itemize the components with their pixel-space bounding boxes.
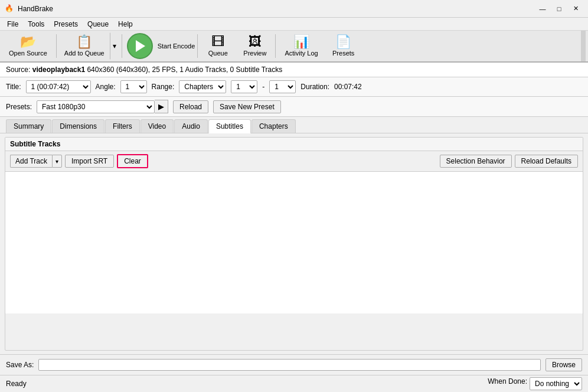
source-info-text: 640x360 (640x360), 25 FPS, 1 Audio Track…: [87, 66, 282, 74]
open-source-label: Open Source: [9, 50, 47, 57]
open-source-icon: 📂: [20, 35, 36, 48]
preview-icon: 🖼: [249, 35, 262, 48]
toolbar-divider-1: [56, 34, 57, 58]
open-source-button[interactable]: 📂 Open Source: [2, 32, 54, 60]
queue-button[interactable]: 🎞 Queue: [200, 32, 236, 60]
activity-log-button[interactable]: 📊 Activity Log: [278, 32, 324, 60]
status-right: When Done: Do nothing: [488, 377, 582, 390]
selection-behavior-button[interactable]: Selection Behavior: [440, 155, 512, 168]
toolbar: 📂 Open Source 📋 Add to Queue ▾ Start Enc…: [0, 31, 588, 63]
preset-select[interactable]: Fast 1080p30: [37, 100, 155, 113]
save-as-bar: Save As: Browse: [0, 354, 588, 375]
start-encode-icon: [136, 40, 145, 52]
status-bar: Ready When Done: Do nothing: [0, 375, 588, 392]
source-filename: videoplayback1: [32, 66, 85, 74]
app-title: HandBrake: [18, 5, 53, 13]
activity-log-label: Activity Log: [285, 50, 318, 57]
import-srt-button[interactable]: Import SRT: [65, 155, 114, 168]
range-to-label: -: [262, 83, 264, 91]
menu-bar: File Tools Presets Queue Help: [0, 18, 588, 31]
tab-content-subtitles: Subtitle Tracks Add Track ▾ Import SRT C…: [0, 133, 588, 354]
title-select[interactable]: 1 (00:07:42): [26, 80, 91, 93]
range-label: Range:: [152, 83, 175, 91]
reload-defaults-button[interactable]: Reload Defaults: [515, 155, 578, 168]
start-encode-label: Start Encode: [158, 43, 195, 50]
range-type-select[interactable]: Chapters: [179, 80, 226, 93]
title-controls-row: Title: 1 (00:07:42) Angle: 1 Range: Chap…: [0, 77, 588, 97]
menu-queue[interactable]: Queue: [83, 19, 113, 30]
duration-value: 00:07:42: [334, 83, 362, 91]
duration-label: Duration:: [300, 83, 329, 91]
add-track-button[interactable]: Add Track: [10, 155, 52, 168]
menu-presets[interactable]: Presets: [49, 19, 83, 30]
tab-chapters[interactable]: Chapters: [251, 119, 296, 133]
tab-subtitles[interactable]: Subtitles: [208, 119, 251, 133]
browse-button[interactable]: Browse: [545, 358, 582, 371]
toolbar-divider-4: [275, 34, 276, 58]
tab-summary[interactable]: Summary: [6, 119, 51, 133]
minimize-button[interactable]: —: [535, 3, 550, 15]
status-text: Ready: [6, 380, 27, 388]
angle-select[interactable]: 1: [120, 80, 147, 93]
clear-button[interactable]: Clear: [117, 154, 148, 168]
add-track-button-group: Add Track ▾: [10, 155, 62, 168]
start-encode-button[interactable]: [127, 33, 153, 59]
save-new-preset-button[interactable]: Save New Preset: [213, 100, 281, 113]
activity-log-icon: 📊: [293, 35, 309, 48]
maximize-button[interactable]: □: [551, 3, 567, 15]
add-to-queue-label: Add to Queue: [64, 50, 104, 57]
toolbar-divider-2: [122, 34, 122, 58]
tabs-bar: Summary Dimensions Filters Video Audio S…: [0, 117, 588, 133]
add-to-queue-dropdown-arrow[interactable]: ▾: [110, 32, 119, 60]
queue-icon: 🎞: [211, 35, 224, 48]
add-track-dropdown-arrow[interactable]: ▾: [52, 155, 62, 168]
menu-tools[interactable]: Tools: [23, 19, 49, 30]
presets-icon: 📄: [335, 35, 351, 48]
source-label: Source:: [6, 66, 30, 74]
add-to-queue-button-group: 📋 Add to Queue ▾: [59, 32, 119, 60]
tab-filters[interactable]: Filters: [105, 119, 140, 133]
add-to-queue-button[interactable]: 📋 Add to Queue: [59, 32, 110, 60]
save-as-input[interactable]: [38, 359, 541, 371]
preview-button[interactable]: 🖼 Preview: [237, 32, 273, 60]
tab-dimensions[interactable]: Dimensions: [52, 119, 104, 133]
preset-select-wrap: Fast 1080p30 ▶: [37, 100, 168, 113]
subtitle-controls: Add Track ▾ Import SRT Clear Selection B…: [5, 151, 583, 172]
title-label: Title:: [6, 83, 21, 91]
presets-button[interactable]: 📄 Presets: [326, 32, 361, 60]
title-bar: 🔥 HandBrake — □ ✕: [0, 0, 588, 18]
queue-label: Queue: [208, 50, 228, 57]
reload-button[interactable]: Reload: [173, 100, 208, 113]
range-from-select[interactable]: 1: [231, 80, 257, 93]
preview-label: Preview: [243, 50, 266, 57]
presets-row-label: Presets:: [6, 103, 32, 111]
presets-label: Presets: [332, 50, 354, 57]
source-bar: Source: videoplayback1 640x360 (640x360)…: [0, 63, 588, 77]
subtitle-controls-left: Add Track ▾ Import SRT Clear: [10, 154, 148, 168]
subtitle-tracks-header: Subtitle Tracks: [5, 138, 583, 151]
angle-label: Angle:: [96, 83, 116, 91]
tab-video[interactable]: Video: [141, 119, 174, 133]
menu-help[interactable]: Help: [113, 19, 138, 30]
save-as-label: Save As:: [6, 361, 34, 369]
toolbar-divider-3: [197, 34, 198, 58]
add-to-queue-icon: 📋: [76, 35, 92, 48]
menu-file[interactable]: File: [2, 19, 23, 30]
close-button[interactable]: ✕: [568, 3, 583, 15]
presets-row: Presets: Fast 1080p30 ▶ Reload Save New …: [0, 97, 588, 117]
subtitle-track-area: [5, 172, 583, 313]
subtitle-controls-right: Selection Behavior Reload Defaults: [440, 155, 578, 168]
when-done-label: When Done:: [488, 377, 527, 390]
tab-audio[interactable]: Audio: [174, 119, 208, 133]
subtitle-tracks-section: Subtitle Tracks Add Track ▾ Import SRT C…: [5, 137, 583, 351]
toolbar-scrollbar[interactable]: [581, 31, 586, 61]
app-icon: 🔥: [5, 4, 14, 14]
preset-arrow-button[interactable]: ▶: [155, 100, 168, 113]
range-to-select[interactable]: 1: [269, 80, 296, 93]
when-done-select[interactable]: Do nothing: [530, 377, 582, 390]
